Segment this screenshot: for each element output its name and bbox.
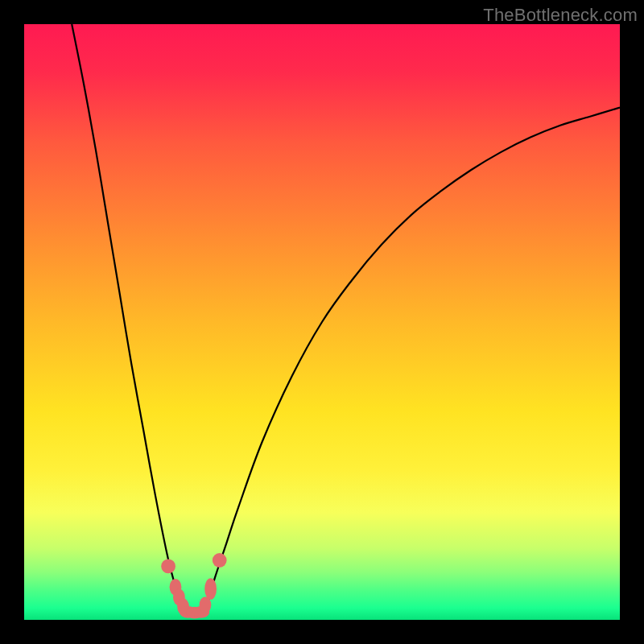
marker-point (204, 578, 217, 600)
curve-right-branch (203, 108, 620, 611)
watermark-text: TheBottleneck.com (483, 5, 638, 26)
curve-left-branch (72, 24, 185, 611)
marker-point (213, 553, 227, 568)
markers-group (161, 553, 226, 618)
plot-area (24, 24, 620, 620)
chart-frame: TheBottleneck.com (0, 0, 644, 644)
bottleneck-curve (24, 24, 620, 620)
marker-point (161, 559, 175, 574)
